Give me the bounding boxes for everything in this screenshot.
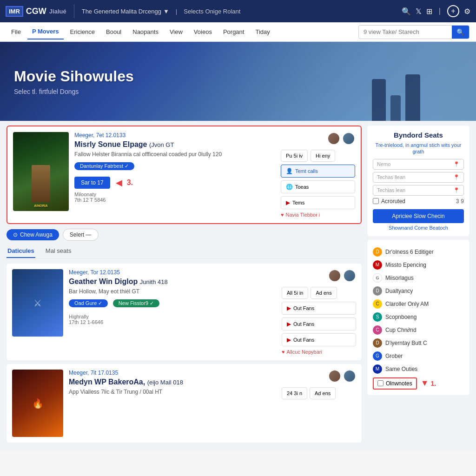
settings-icon[interactable]: ⚙ (464, 7, 470, 16)
sidebar-list-item-9[interactable]: M Same Outies (373, 363, 464, 376)
nav-item-booul[interactable]: Booul (101, 25, 126, 39)
nav-item-voieos[interactable]: Voieos (189, 25, 217, 39)
social-btn-toeas[interactable]: 🌐 Toeas (281, 180, 355, 193)
movie-social-1: All 5i in Ad ens ▶ Out Fans ▶ Out Fans ▶… (282, 269, 356, 355)
sidebar-numbers: 3 9 (456, 198, 464, 205)
sidebar-list: D Dr'olness 6 Editiger M Missto Epencing… (373, 245, 464, 376)
sidebar-list-item-6[interactable]: C Cup Chn∂nd (373, 324, 464, 337)
circle-icon: ⊙ (13, 231, 18, 238)
nav-item-ericience[interactable]: Ericience (66, 25, 99, 39)
movie-avatars-2 (282, 370, 356, 383)
sidebar-list-label-0: Dr'olness 6 Editiger (385, 249, 434, 255)
yt-icon-1: ▶ (287, 305, 291, 311)
sidebar-list-icon-2: G (373, 273, 382, 283)
tab-chew-awuga[interactable]: ⊙ Chew Awuga (7, 229, 59, 240)
arrow-right-icon: ◀ (116, 178, 122, 188)
movie2-btn-1[interactable]: 24 3i n (282, 387, 307, 399)
social-btn-2[interactable]: Hi eny (311, 150, 335, 162)
sidebar-input-2[interactable]: Techas llean 📍 (373, 172, 464, 183)
nav-item-movers[interactable]: P Movers (27, 24, 64, 40)
featured-poster-img: AINORIA (13, 132, 69, 211)
featured-movie-card: AINORIA Meeger, 7et 12.0133 Misrly Sonue… (7, 126, 362, 224)
sidebar-main-panel: Byndord Seats Tre-tnielood, in angrnul s… (367, 126, 469, 236)
sidebar-list-icon-4: C (373, 299, 382, 309)
sidebar-link[interactable]: Shownand Come Beatoch (373, 225, 464, 231)
featured-bottom-meta: Miloonaty 7th 12 T 5846 (74, 192, 270, 203)
nav-item-porgant[interactable]: Porgant (218, 25, 249, 39)
outlined-check[interactable] (377, 380, 383, 386)
movie-title-1: Geather Win Diglop Junith 418 (69, 278, 271, 286)
nav-item-naopants[interactable]: Naopants (128, 25, 163, 39)
movie-btn-outfans-3[interactable]: ▶ Out Fans (282, 333, 356, 346)
grid-icon[interactable]: ⊞ (426, 7, 432, 16)
sidebar-list-item-8[interactable]: G Grober (373, 350, 464, 363)
sidebar-primary-btn[interactable]: Apriciee Slow Checin (373, 209, 464, 223)
sidebar-list-icon-8: G (373, 351, 382, 361)
sidebar-input-1[interactable]: Nemo 📍 (373, 159, 464, 170)
search-button[interactable]: 🔍 (452, 26, 469, 39)
content-left: AINORIA Meeger, 7et 12.0133 Misrly Sonue… (7, 126, 362, 446)
search-input[interactable] (359, 26, 452, 38)
sidebar-list-icon-3: D (373, 286, 382, 296)
header-icons: 🔍 𝕏 ⊞ | + ⚙ (402, 5, 470, 17)
sidebar-list-icon-0: D (373, 247, 382, 257)
sidebar-last-row: Olnwnotes ▼ 1. (373, 377, 464, 390)
nav-item-view[interactable]: View (165, 25, 187, 39)
movie-list-item-1: ⚔ Meeger, Tor 12.0135 Geather Win Diglop… (7, 264, 362, 360)
sidebar-list-item-7[interactable]: D D'iyerntay Butt C (373, 337, 464, 350)
avatar-4 (343, 269, 356, 282)
header-nav-right: Selects Onige Rolant (184, 8, 240, 15)
social-btn-tems[interactable]: ▶ Tems (281, 196, 355, 209)
sub-tab-daticules[interactable]: Daticules (7, 245, 35, 258)
featured-meta: Meeger, 7et 12.0133 (74, 132, 270, 139)
sidebar-title: Byndord Seats (373, 131, 464, 139)
sidebar-list-label-4: Claroller Only AM (385, 301, 429, 307)
sub-tab-mal-seats[interactable]: Mal seats (45, 245, 73, 258)
heart-icon-2: ♥ (282, 349, 285, 355)
sidebar-list-item-5[interactable]: S Scopnboeng (373, 311, 464, 324)
nav-item-file[interactable]: File (7, 25, 26, 39)
location-icon: 📍 (453, 161, 460, 167)
banner-text-block: Movie Sihowules Selec tl. firtfulel Dong… (14, 68, 134, 95)
sidebar-list-item-1[interactable]: M Missto Epencing (373, 258, 464, 271)
avatar-6 (343, 370, 356, 383)
twitter-icon[interactable]: 𝕏 (416, 7, 422, 16)
movie2-btn-2[interactable]: Ad ens (310, 387, 336, 399)
sidebar-list-label-1: Missto Epencing (385, 262, 426, 268)
header-nav-dropdown[interactable]: The Generted Malita Drcengg ▼ (82, 8, 169, 15)
sidebar-list-item-0[interactable]: D Dr'olness 6 Editiger (373, 245, 464, 258)
checkbox-left: Acroruted (373, 198, 405, 205)
youtube-icon: ▶ (286, 199, 290, 206)
featured-action-btn[interactable]: Sar to 17 (74, 177, 110, 189)
sidebar-checkbox[interactable] (373, 198, 379, 204)
tab-selert[interactable]: Selert — (63, 229, 99, 241)
search-icon[interactable]: 🔍 (402, 7, 411, 16)
sidebar-input-3[interactable]: Techias lean 📍 (373, 185, 464, 196)
movie-poster-1: ⚔ (12, 269, 63, 337)
movie-btn-outfans-1[interactable]: ▶ Out Fans (282, 302, 356, 315)
sidebar-outlined-checkbox[interactable]: Olnwnotes (373, 377, 417, 390)
location-icon-3: 📍 (453, 187, 460, 193)
social-btn-1[interactable]: Pu 5i iv (281, 150, 308, 162)
sidebar-list-label-3: Dualtyancy (385, 288, 413, 294)
avatar-1 (327, 132, 340, 145)
nav-item-tiday[interactable]: Tiday (251, 25, 274, 39)
sub-tabs: Daticules Mal seats (7, 245, 362, 259)
movie-badge-1: Oad Gure (69, 299, 108, 307)
globe-icon: 🌐 (286, 184, 293, 190)
sidebar-list-label-8: Grober (385, 353, 403, 359)
add-icon[interactable]: + (447, 5, 459, 17)
logo-box: IMR (6, 6, 23, 17)
sidebar-list-item-2[interactable]: G Miisorlagus (373, 271, 464, 284)
featured-desc: Fallow Helster Birannia cal offficoenal … (74, 151, 270, 159)
social-btn-temt[interactable]: 👤 Temt calls (281, 165, 355, 178)
movie-btn-outfans-2[interactable]: ▶ Out Fans (282, 317, 356, 331)
movie-btn-allin[interactable]: All 5i in (282, 287, 308, 299)
sidebar-list-item-3[interactable]: D Dualtyancy (373, 284, 464, 298)
featured-title: Misrly Sonue Elpage (Jvon GT (74, 140, 270, 149)
sidebar-list-panel: D Dr'olness 6 Editiger M Missto Epencing… (367, 240, 469, 395)
yt-icon-3: ▶ (287, 337, 291, 343)
sidebar-list-item-4[interactable]: C Claroller Only AM (373, 298, 464, 311)
movie-btn-adens[interactable]: Ad ens (311, 287, 337, 299)
logo-sub: Jialué (49, 8, 66, 15)
